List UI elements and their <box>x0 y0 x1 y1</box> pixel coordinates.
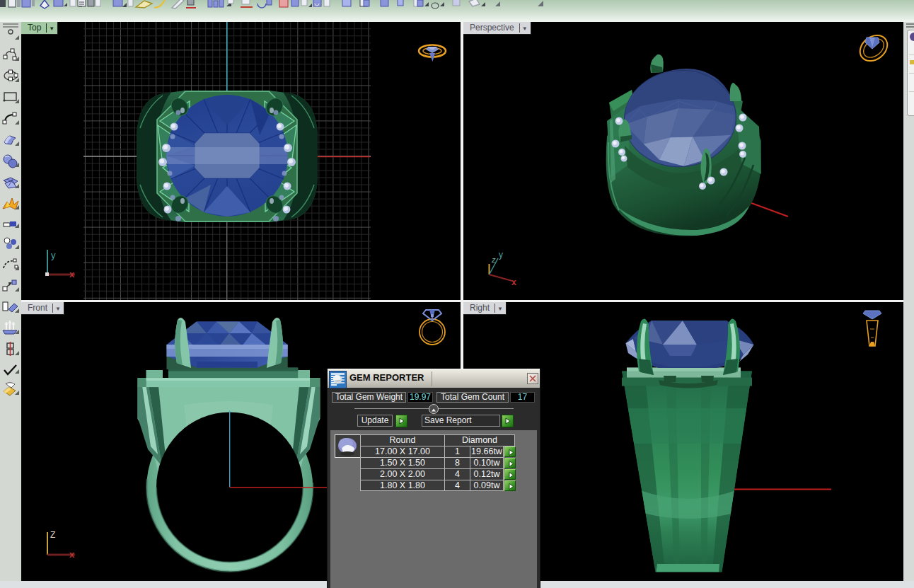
svg-text:y: y <box>51 250 56 260</box>
svg-text:Z: Z <box>50 530 55 540</box>
svg-text:x: x <box>69 549 75 560</box>
svg-text:x: x <box>511 277 516 287</box>
svg-text:z: z <box>491 255 496 264</box>
svg-text:y: y <box>499 250 503 260</box>
svg-text:x: x <box>69 269 75 279</box>
